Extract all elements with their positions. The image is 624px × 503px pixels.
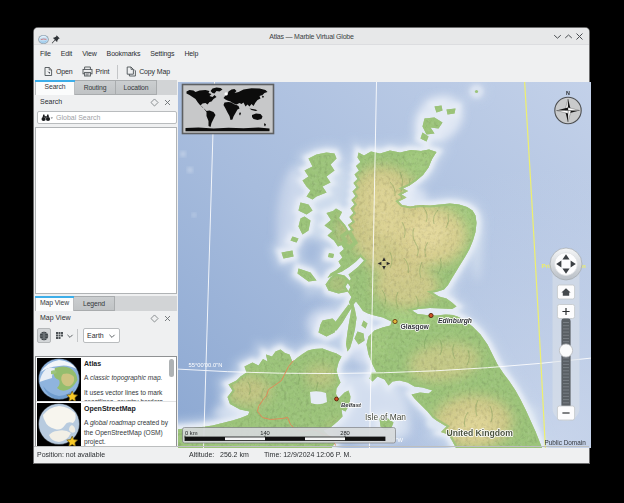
map-canvas[interactable]: 55°00'00.0"N 5°00'00.0"W Prime Meridian <box>178 82 591 448</box>
overview-map[interactable] <box>183 85 274 134</box>
menu-help[interactable]: Help <box>179 47 203 60</box>
toolbar-separator <box>117 65 118 79</box>
status-altitude-label: Altitude: <box>189 451 214 458</box>
toolbar: Open Print Copy Map <box>34 62 589 81</box>
compass-north-label: N <box>566 90 570 96</box>
menu-settings[interactable]: Settings <box>145 47 179 60</box>
license-label[interactable]: Public Domain <box>545 439 587 446</box>
scale-zero: 0 km <box>185 430 198 436</box>
tabbar-filler <box>157 80 177 95</box>
belfast-label: Belfast <box>341 402 362 408</box>
print-button[interactable]: Print <box>79 64 113 79</box>
statusbar: Position: not available Altitude: 256.2 … <box>34 446 589 463</box>
mapview-dock-tabbar: Map View Legend <box>35 296 177 311</box>
float-panel-icon[interactable] <box>150 98 159 107</box>
theme-title: OpenStreetMap <box>84 405 136 412</box>
theme-description: A classic topographic map. It uses vecto… <box>84 373 169 402</box>
mapview-controls: Earth <box>37 327 177 344</box>
atlas-thumbnail <box>37 358 81 401</box>
menu-bookmarks[interactable]: Bookmarks <box>102 47 146 60</box>
close-panel-icon[interactable] <box>163 314 172 323</box>
mapview-panel-header: Map View <box>35 312 177 325</box>
home-button[interactable] <box>557 285 574 299</box>
status-time: Time: 12/9/2024 12:06 P. M. <box>264 451 351 458</box>
menu-file[interactable]: File <box>35 47 56 60</box>
edinburgh-label: Edinburgh <box>438 317 472 325</box>
scale-mid: 140 <box>260 430 270 436</box>
belfast-dot <box>335 397 339 401</box>
menubar: File Edit View Bookmarks Settings Help <box>34 45 589 62</box>
float-panel-icon[interactable] <box>150 314 159 323</box>
status-position: Position: not available <box>37 451 105 458</box>
marble-window: Atlas — Marble Virtual Globe File Edit V… <box>33 27 590 464</box>
left-dock: Search Routing Location Search Global Se… <box>34 80 178 446</box>
tab-location[interactable]: Location <box>116 80 157 95</box>
maximize-button[interactable] <box>563 31 574 43</box>
tab-routing[interactable]: Routing <box>75 80 116 95</box>
grid-icon <box>55 331 64 340</box>
edinburgh-dot <box>429 313 433 317</box>
tab-legend[interactable]: Legend <box>74 296 115 311</box>
scale-bar: 0 km 140 280 <box>183 428 396 444</box>
celestial-body-select[interactable]: Earth <box>83 328 120 343</box>
menu-view[interactable]: View <box>77 47 101 60</box>
theme-item-openstreetmap[interactable]: OpenStreetMap A global roadmap created b… <box>36 402 176 447</box>
search-results-list[interactable] <box>35 127 177 294</box>
osm-thumbnail <box>37 403 81 446</box>
glasgow-label: Glasgow <box>401 323 430 331</box>
map-theme-list: Atlas A classic topographic map. It uses… <box>35 356 177 447</box>
isle-of-man-label: Isle of Man <box>365 412 406 422</box>
latitude-label: 55°00'00.0"N <box>189 362 223 368</box>
minimize-button[interactable] <box>552 31 563 43</box>
celestial-globe-button[interactable] <box>37 328 51 343</box>
map-viewport[interactable]: 55°00'00.0"N 5°00'00.0"W Prime Meridian <box>178 82 591 448</box>
open-icon <box>43 66 53 77</box>
lough-neagh <box>310 391 327 404</box>
glasgow-dot <box>393 319 397 323</box>
open-button[interactable]: Open <box>40 64 76 79</box>
desktop-background: Atlas — Marble Virtual Globe File Edit V… <box>0 0 624 503</box>
copy-icon <box>126 66 136 77</box>
window-title: Atlas — Marble Virtual Globe <box>34 28 589 45</box>
search-panel-title: Search <box>40 98 62 105</box>
theme-item-atlas[interactable]: Atlas A classic topographic map. It uses… <box>36 357 176 402</box>
globe-icon <box>39 331 49 341</box>
titlebar[interactable]: Atlas — Marble Virtual Globe <box>34 28 589 45</box>
search-panel-header: Search <box>35 96 177 109</box>
search-input[interactable]: Global Search <box>37 111 177 124</box>
separator <box>77 329 78 342</box>
print-icon <box>82 66 93 77</box>
mapview-panel-title: Map View <box>40 314 71 321</box>
theme-title: Atlas <box>84 360 101 367</box>
tabbar-filler <box>115 296 177 311</box>
search-dock-tabbar: Search Routing Location <box>35 80 177 95</box>
search-placeholder: Global Search <box>56 114 100 121</box>
projection-dropdown[interactable] <box>55 331 74 340</box>
zoom-thumb[interactable] <box>559 344 572 357</box>
menu-edit[interactable]: Edit <box>56 47 77 60</box>
current-position-dot <box>225 92 228 95</box>
close-button[interactable] <box>574 31 585 43</box>
tab-map-view[interactable]: Map View <box>35 296 74 311</box>
close-panel-icon[interactable] <box>163 98 172 107</box>
united-kingdom-label: United Kingdom <box>447 428 514 438</box>
binoculars-icon <box>41 113 53 122</box>
theme-description: A global roadmap created by the OpenStre… <box>84 418 169 447</box>
chevron-down-icon <box>66 332 74 340</box>
copy-map-button[interactable]: Copy Map <box>123 64 173 79</box>
chevron-down-icon <box>108 332 116 340</box>
status-altitude-value: 256.2 km <box>220 451 249 458</box>
navigation-control <box>550 248 582 421</box>
tab-search[interactable]: Search <box>35 80 75 95</box>
scale-end: 280 <box>340 430 350 436</box>
theme-list-scrollbar[interactable] <box>169 359 174 377</box>
